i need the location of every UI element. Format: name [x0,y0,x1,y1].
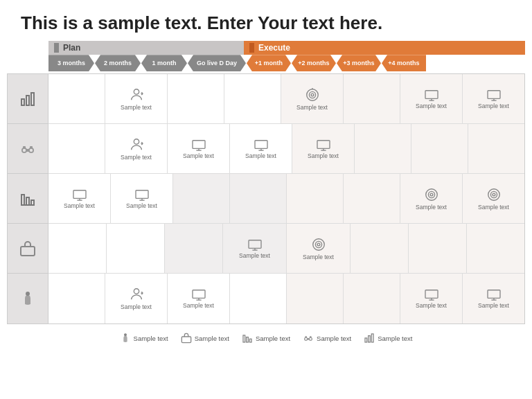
phase-plan: Plan [48,41,244,55]
svg-rect-69 [425,290,438,299]
timeline-item-0: 3 months [48,55,94,71]
cell-4-3 [230,274,287,323]
timeline-item-6: +3 months [337,55,381,71]
sidebar-row-2 [8,174,48,224]
svg-point-59 [312,238,324,250]
svg-point-6 [23,148,26,151]
legend-item-0: Sample text [120,332,168,344]
timeline-item-2: 1 month [141,55,187,71]
cell-2-5 [344,174,400,223]
svg-point-50 [425,188,437,200]
execute-icon [249,43,254,53]
cell-2-0: Sample text [48,174,111,223]
legend-item-1: Sample text [181,332,229,344]
sidebar-row-4 [8,274,48,323]
cell-3-1 [107,224,165,273]
svg-rect-1 [26,96,29,105]
svg-rect-47 [136,190,148,198]
svg-rect-87 [365,338,367,342]
plan-icon [54,43,59,53]
timeline-item-1: 2 months [95,55,141,71]
page-wrapper: This is a sample text. Enter Your text h… [0,0,532,399]
svg-rect-12 [31,200,34,205]
svg-point-52 [430,193,433,196]
cell-1-3: Sample text [230,124,292,173]
cell-0-3 [224,74,281,123]
cell-4-1: Sample text [105,274,168,323]
svg-rect-44 [73,190,86,198]
grid-row-1: Sample text Sample text Sample text Samp… [48,124,524,174]
svg-rect-0 [21,99,24,105]
svg-rect-89 [372,334,374,342]
svg-point-22 [309,91,315,98]
svg-rect-76 [181,337,190,343]
cell-4-5 [344,274,400,323]
cell-4-6: Sample text [400,274,463,323]
cell-2-4 [287,174,344,223]
svg-rect-72 [488,290,500,299]
svg-point-31 [134,139,139,143]
svg-point-55 [493,193,495,196]
svg-rect-38 [255,140,267,148]
timeline-item-5: +2 months [292,55,336,71]
cell-1-0 [48,124,105,173]
grid-row-0: Sample text Sample text Sample text [48,74,524,124]
svg-point-21 [306,89,318,100]
cell-1-6 [411,124,468,173]
svg-rect-2 [31,93,34,105]
svg-rect-10 [21,195,24,205]
legend-item-2: Sample text [242,332,290,344]
cell-0-6: Sample text [400,74,463,123]
cell-0-1: Sample text [105,74,168,123]
cell-0-4: Sample text [281,74,344,123]
cell-3-2 [165,224,223,273]
svg-point-7 [30,148,33,151]
cell-0-2 [168,74,224,123]
svg-point-82 [305,338,307,340]
cell-4-4 [287,274,344,323]
cell-0-0 [48,74,105,123]
cell-4-0 [48,274,105,323]
svg-point-54 [490,191,497,197]
cell-2-1: Sample text [111,174,173,223]
svg-rect-11 [26,197,29,205]
timeline-item-3: Go live D Day [188,55,246,71]
svg-rect-79 [249,339,251,343]
timeline-row: 3 months 2 months 1 month Go live D Day … [48,55,525,71]
cell-3-5 [351,224,409,273]
grid-container: Sample text Sample text Sample text [7,73,525,324]
sidebar [7,73,48,324]
svg-point-23 [311,94,314,96]
svg-rect-84 [305,337,307,339]
grid-body: Sample text Sample text Sample text [48,73,525,324]
svg-rect-28 [488,90,500,98]
grid-row-2: Sample text Sample text Sample text [48,174,524,224]
svg-rect-25 [425,90,438,98]
cell-1-5 [355,124,411,173]
phase-execute: Execute [244,41,525,55]
svg-point-53 [488,188,499,200]
cell-1-2: Sample text [168,124,230,173]
svg-point-60 [315,241,321,247]
svg-rect-41 [317,140,330,148]
svg-rect-9 [30,146,33,149]
svg-rect-8 [23,146,26,149]
cell-2-6: Sample text [400,174,463,223]
svg-rect-86 [307,338,310,340]
svg-rect-78 [247,337,249,342]
timeline-item-7: +4 months [382,55,426,71]
sidebar-row-1 [8,124,48,174]
svg-point-16 [26,292,30,296]
svg-point-62 [134,289,139,294]
cell-3-4: Sample text [287,224,351,273]
svg-rect-56 [249,240,261,248]
main-title: This is a sample text. Enter Your text h… [0,0,532,41]
legend-item-3: Sample text [303,332,351,344]
cell-2-3 [230,174,287,223]
svg-point-83 [310,338,312,340]
cell-0-7: Sample text [463,74,524,123]
cell-4-7: Sample text [463,274,524,323]
grid-row-4: Sample text Sample text Sample text [48,274,524,323]
sidebar-row-0 [8,74,48,124]
cell-2-2 [173,174,230,223]
